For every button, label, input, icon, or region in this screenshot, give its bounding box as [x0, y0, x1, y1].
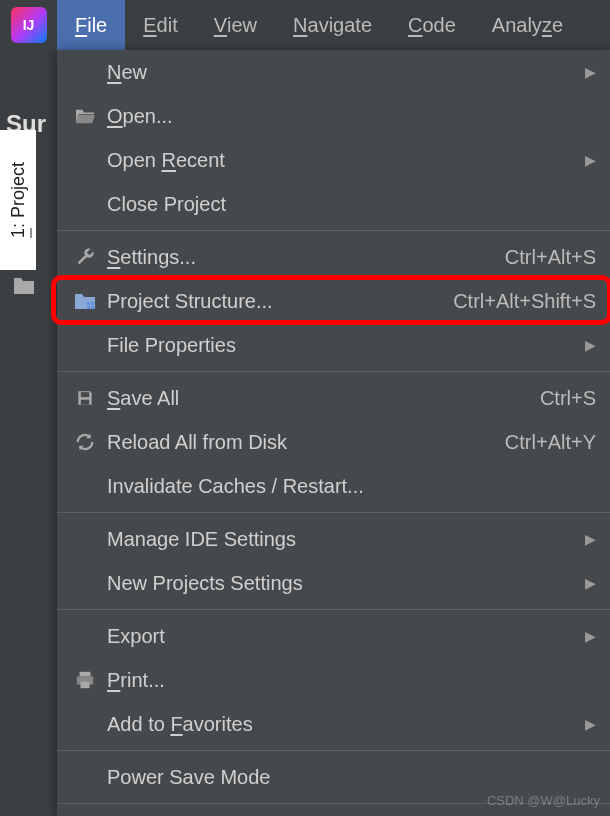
menu-item-label: Power Save Mode: [101, 766, 596, 789]
intellij-logo-icon: IJ: [11, 7, 47, 43]
menu-item-label: Export: [101, 625, 585, 648]
submenu-arrow-icon: ▶: [585, 628, 596, 644]
menu-item-close-project[interactable]: Close Project: [57, 182, 610, 226]
save-icon: [69, 388, 101, 408]
menu-item-shortcut: Ctrl+Alt+Y: [485, 431, 596, 454]
svg-rect-0: [87, 302, 90, 305]
menu-separator: [57, 230, 610, 231]
menu-navigate[interactable]: Navigate: [275, 0, 390, 50]
menu-code[interactable]: Code: [390, 0, 474, 50]
wrench-icon: [69, 246, 101, 268]
submenu-arrow-icon: ▶: [585, 716, 596, 732]
menu-separator: [57, 609, 610, 610]
menu-item-add-to-favorites[interactable]: Add to Favorites▶: [57, 702, 610, 746]
menu-item-file-properties[interactable]: File Properties▶: [57, 323, 610, 367]
menu-item-open-recent[interactable]: Open Recent▶: [57, 138, 610, 182]
menu-separator: [57, 371, 610, 372]
menu-file[interactable]: File: [57, 0, 125, 50]
menu-item-invalidate-caches-restart[interactable]: Invalidate Caches / Restart...: [57, 464, 610, 508]
menu-item-label: Settings...: [101, 246, 485, 269]
menu-analyze[interactable]: Analyze: [474, 0, 581, 50]
menu-item-label: Close Project: [101, 193, 596, 216]
svg-rect-2: [87, 306, 90, 309]
menu-item-shortcut: Ctrl+Alt+Shift+S: [433, 290, 596, 313]
svg-rect-8: [80, 682, 89, 688]
menu-item-settings[interactable]: Settings...Ctrl+Alt+S: [57, 235, 610, 279]
svg-rect-4: [81, 392, 89, 397]
menu-item-label: Reload All from Disk: [101, 431, 485, 454]
svg-rect-3: [91, 306, 94, 309]
menu-item-label: New Projects Settings: [101, 572, 585, 595]
menu-item-shortcut: Ctrl+S: [520, 387, 596, 410]
svg-rect-6: [80, 672, 91, 677]
menu-item-label: Open Recent: [101, 149, 585, 172]
submenu-arrow-icon: ▶: [585, 531, 596, 547]
menu-item-shortcut: Ctrl+Alt+S: [485, 246, 596, 269]
menu-item-open[interactable]: Open...: [57, 94, 610, 138]
menu-item-new-projects-settings[interactable]: New Projects Settings▶: [57, 561, 610, 605]
menu-view[interactable]: View: [196, 0, 275, 50]
menu-item-export[interactable]: Export▶: [57, 614, 610, 658]
menu-item-label: Save All: [101, 387, 520, 410]
svg-rect-5: [81, 400, 89, 405]
project-structure-icon: [69, 291, 101, 311]
menu-item-label: Invalidate Caches / Restart...: [101, 475, 596, 498]
print-icon: [69, 670, 101, 690]
menu-item-reload-all-from-disk[interactable]: Reload All from DiskCtrl+Alt+Y: [57, 420, 610, 464]
app-icon: IJ: [0, 0, 57, 50]
submenu-arrow-icon: ▶: [585, 575, 596, 591]
menu-item-save-all[interactable]: Save AllCtrl+S: [57, 376, 610, 420]
submenu-arrow-icon: ▶: [585, 337, 596, 353]
menu-item-project-structure[interactable]: Project Structure...Ctrl+Alt+Shift+S: [57, 279, 610, 323]
menu-item-label: Project Structure...: [101, 290, 433, 313]
svg-rect-1: [91, 302, 94, 305]
menu-item-print[interactable]: Print...: [57, 658, 610, 702]
watermark: CSDN @W@Lucky: [487, 793, 600, 808]
menu-edit[interactable]: Edit: [125, 0, 195, 50]
menu-item-manage-ide-settings[interactable]: Manage IDE Settings▶: [57, 517, 610, 561]
open-folder-icon: [69, 107, 101, 125]
reload-icon: [69, 431, 101, 453]
menu-item-label: Print...: [101, 669, 596, 692]
menu-item-label: Open...: [101, 105, 596, 128]
menu-item-label: File Properties: [101, 334, 585, 357]
submenu-arrow-icon: ▶: [585, 152, 596, 168]
left-gutter: Sur 1: Project: [0, 50, 57, 816]
toolwindow-tab-project[interactable]: 1: Project: [0, 130, 36, 270]
file-menu-dropdown: New▶Open...Open Recent▶Close ProjectSett…: [57, 50, 610, 816]
menu-item-exit[interactable]: Exit: [57, 808, 610, 816]
menu-separator: [57, 750, 610, 751]
menu-separator: [57, 512, 610, 513]
menu-item-new[interactable]: New▶: [57, 50, 610, 94]
submenu-arrow-icon: ▶: [585, 64, 596, 80]
menu-item-label: New: [101, 61, 585, 84]
folder-icon: [12, 276, 40, 300]
menu-item-label: Add to Favorites: [101, 713, 585, 736]
menubar: IJ FileEditViewNavigateCodeAnalyze: [0, 0, 610, 50]
menu-item-label: Manage IDE Settings: [101, 528, 585, 551]
